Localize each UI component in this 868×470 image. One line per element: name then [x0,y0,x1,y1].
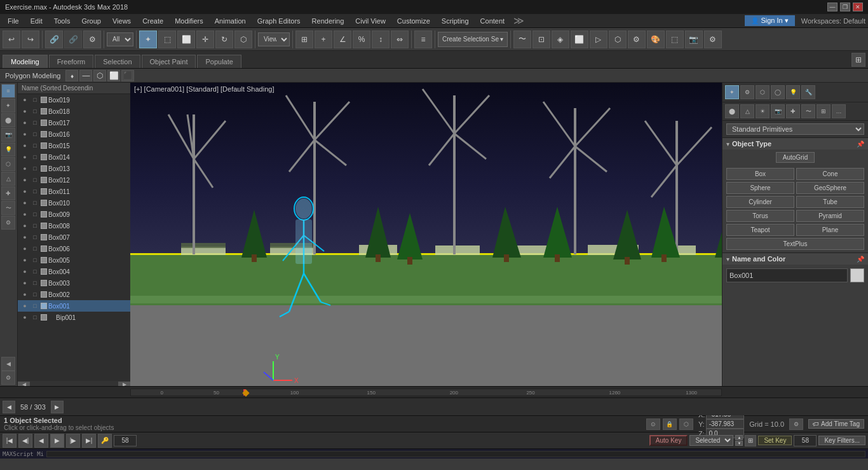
eye-icon[interactable]: ● [20,118,29,127]
cylinder-button[interactable]: Cylinder [726,196,794,208]
tab-freeform[interactable]: Freeform [49,55,94,68]
lock-icon[interactable]: □ [31,118,39,127]
bind-button[interactable]: ⚙ [83,31,101,48]
list-item[interactable]: ●□Box014 [18,151,130,163]
tab-populate[interactable]: Populate [197,55,241,68]
list-item[interactable]: ●□Box019 [18,94,130,106]
minimize-button[interactable]: — [827,3,837,11]
redo-button[interactable]: ↪ [22,31,39,48]
plane-button[interactable]: Plane [796,224,864,236]
tab-object-paint[interactable]: Object Paint [142,55,196,68]
list-item[interactable]: ●□Box008 [18,220,130,232]
lock-icon[interactable]: □ [31,95,39,104]
tab-modeling[interactable]: Modeling [3,55,48,68]
lock-icon[interactable]: □ [31,313,39,322]
lock-icon[interactable]: □ [31,187,39,196]
eye-icon[interactable]: ● [20,153,29,162]
pm-element-btn[interactable]: ⬛ [121,70,134,81]
eye-icon[interactable]: ● [20,210,29,219]
lock-icon[interactable]: □ [31,221,39,230]
menu-file[interactable]: File [3,16,24,26]
menu-group[interactable]: Group [76,16,106,26]
spinner-snap[interactable]: ↕ [372,31,390,48]
scrubber-bar[interactable]: 0 50 100 150 200 250 1260 1300 [0,386,868,397]
select-region-button[interactable]: ⬚ [158,31,176,48]
menu-graph-editors[interactable]: Graph Editors [252,16,306,26]
extra-toolbar[interactable]: ⚙ [704,31,722,48]
list-item[interactable]: ●□Box015 [18,140,130,151]
list-item[interactable]: ●□Box013 [18,163,130,174]
lock-select-btn[interactable]: 🔒 [663,418,677,430]
go-to-end-btn[interactable]: ▶| [82,434,96,448]
rotate-button[interactable]: ↻ [215,31,233,48]
use-pivot-button[interactable]: ⊞ [295,31,313,48]
filter-dropdown[interactable]: All [107,32,133,46]
settings-btn[interactable]: ⚙ [1,371,15,385]
percent-snap[interactable]: % [353,31,370,48]
go-to-start-btn[interactable]: |◀ [3,434,17,448]
list-item[interactable]: ●□Box017 [18,117,130,128]
frame-input[interactable] [114,435,137,446]
sphere-button[interactable]: Sphere [726,182,794,194]
pyramid-button[interactable]: Pyramid [796,210,864,222]
frame-input-2[interactable] [794,435,817,446]
unlink-button[interactable]: 🔗 [64,31,82,48]
mirror-button[interactable]: ⇔ [391,31,409,48]
object-type-header[interactable]: ▾ Object Type 📌 [722,138,868,149]
play-btn[interactable]: ▶ [50,434,64,448]
pm-vertex-btn[interactable]: ⬧ [65,70,78,81]
eye-icon[interactable]: ● [20,164,29,173]
viewport[interactable]: [+] [Camera001] [Standard] [Default Shad… [130,83,722,386]
menu-civil-view[interactable]: Civil View [350,16,390,26]
view-dropdown[interactable]: View [258,32,290,46]
list-item[interactable]: ●□Box002 [18,289,130,300]
object-select-btn[interactable]: ✦ [1,99,15,113]
lock-icon[interactable]: □ [31,256,39,265]
lock-icon[interactable]: □ [31,279,39,287]
tab-selection[interactable]: Selection [95,55,140,68]
y-input[interactable] [706,419,744,429]
torus-button[interactable]: Torus [726,210,794,222]
shape-btn[interactable]: △ [1,172,15,186]
list-item[interactable]: ●□Bip001 [18,312,130,323]
render-frame[interactable]: ⬜ [571,31,588,48]
menu-animation[interactable]: Animation [210,16,251,26]
list-item[interactable]: ●□Box006 [18,243,130,254]
list-item[interactable]: ●□Box012 [18,174,130,186]
textplus-button[interactable]: TextPlus [726,238,864,250]
list-item[interactable]: ●□Box009 [18,209,130,220]
lock-icon[interactable]: □ [31,164,39,173]
color-swatch[interactable] [850,268,864,282]
add-time-tag-button[interactable]: 🏷Add Time Tag [808,419,864,429]
list-item[interactable]: ●□Box010 [18,197,130,209]
menu-create[interactable]: Create [137,16,168,26]
key-mode-btn[interactable]: 🔑 [98,434,112,448]
material-editor[interactable]: ◈ [552,31,569,48]
list-item[interactable]: ●□Box007 [18,232,130,243]
menu-modifiers[interactable]: Modifiers [170,16,208,26]
list-item[interactable]: ●□Box016 [18,128,130,140]
menu-tools[interactable]: Tools [49,16,76,26]
list-item[interactable]: ●□Box004 [18,266,130,277]
curve-editor-button[interactable]: 〜 [513,31,531,48]
teapot-button[interactable]: Teapot [726,224,794,236]
rp-motion-btn[interactable]: ◯ [771,85,785,99]
lock-icon[interactable]: □ [31,141,39,150]
abs-rel-btn[interactable]: ⬡ [679,418,693,430]
camera-btn[interactable]: 📷 [1,128,15,142]
pm-border-btn[interactable]: ⬡ [93,70,106,81]
region-type-button[interactable]: ⬜ [177,31,195,48]
rp-helper-btn[interactable]: ✚ [786,104,800,118]
eye-icon[interactable]: ● [20,301,29,310]
eye-icon[interactable]: ● [20,290,29,299]
eye-icon[interactable]: ● [20,130,29,139]
rp-sys-btn[interactable]: ⊞ [817,104,831,118]
angle-snap[interactable]: ∠ [334,31,351,48]
rp-utilities-btn[interactable]: 🔧 [801,85,815,99]
auto-key-button[interactable]: Auto Key [649,435,688,446]
menu-customize[interactable]: Customize [392,16,435,26]
lock-icon[interactable]: □ [31,290,39,299]
name-color-header[interactable]: ▾ Name and Color 📌 [722,253,868,265]
eye-icon[interactable]: ● [20,107,29,116]
eye-icon[interactable]: ● [20,256,29,265]
